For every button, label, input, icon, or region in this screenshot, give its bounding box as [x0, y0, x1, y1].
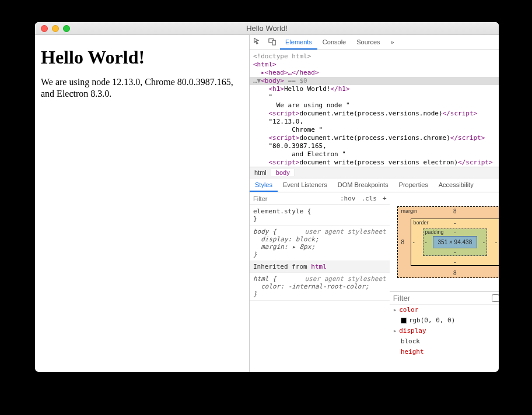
dom-doctype[interactable]: <!doctype html> [253, 52, 499, 61]
computed-color[interactable]: ▸color [390, 305, 499, 315]
tab-more[interactable]: » [386, 35, 400, 50]
box-model[interactable]: margin 8 8 8 8 border - - - - [390, 192, 499, 291]
dom-text3[interactable]: "80.0.3987.165, [253, 142, 499, 150]
computed-filter-input[interactable] [393, 294, 492, 303]
new-rule-button[interactable]: + [380, 195, 390, 202]
rule-body[interactable]: body {user agent stylesheet display: blo… [250, 226, 390, 261]
dom-body-selected[interactable]: …▼<body> == $0 [250, 77, 499, 85]
computed-display[interactable]: ▸display [390, 326, 499, 336]
computed-panel: Show all ▸color rgb(0, 0, 0) ▸display bl… [390, 291, 499, 357]
styles-tabs: Styles Event Listeners DOM Breakpoints P… [250, 178, 499, 192]
tab-console[interactable]: Console [317, 35, 351, 50]
app-window: Hello World! Hello World! We are using n… [35, 22, 499, 372]
inspect-icon[interactable] [250, 37, 265, 47]
crumb-body[interactable]: body [271, 169, 295, 176]
tab-properties[interactable]: Properties [394, 178, 433, 192]
devtools-panel: Elements Console Sources » ⋮ ✕ <!doctype… [249, 35, 499, 372]
tab-dom-breakpoints[interactable]: DOM Breakpoints [332, 178, 394, 192]
show-all-checkbox[interactable] [492, 294, 499, 302]
dom-script1[interactable]: <script>document.write(process.versions.… [253, 110, 499, 118]
styles-filter-input[interactable] [250, 195, 337, 202]
cls-toggle[interactable]: .cls [359, 195, 380, 202]
rule-html[interactable]: html {user agent stylesheet color: -inte… [250, 273, 390, 301]
page-paragraph: We are using node 12.13.0, Chrome 80.0.3… [41, 76, 243, 100]
dom-text3b[interactable]: and Electron " [253, 150, 499, 159]
styles-rules: :hov .cls + element.style { } body {user… [250, 192, 390, 372]
tab-accessibility[interactable]: Accessibility [433, 178, 479, 192]
tab-event-listeners[interactable]: Event Listeners [278, 178, 332, 192]
tab-styles[interactable]: Styles [250, 178, 278, 192]
dom-html-open[interactable]: <html> [253, 61, 499, 69]
computed-color-val: rgb(0, 0, 0) [390, 315, 499, 326]
page-heading: Hello World! [41, 47, 243, 68]
titlebar: Hello World! [35, 22, 499, 35]
dom-h1[interactable]: <h1>Hello World!</h1> [253, 85, 499, 93]
styles-body: :hov .cls + element.style { } body {user… [250, 192, 499, 372]
svg-rect-1 [272, 40, 275, 45]
dom-text2[interactable]: "12.13.0, [253, 118, 499, 126]
box-model-content: 351 × 94.438 [433, 236, 478, 248]
page-content: Hello World! We are using node 12.13.0, … [35, 35, 249, 372]
inherited-header: Inherited from html [250, 261, 390, 273]
hov-toggle[interactable]: :hov [337, 195, 359, 202]
dom-text1[interactable]: " [253, 93, 499, 101]
dom-tree[interactable]: <!doctype html> <html> ▸<head>…</head> …… [250, 50, 499, 167]
breadcrumb: html body [250, 167, 499, 178]
dom-text1b[interactable]: We are using node " [253, 101, 499, 110]
styles-filter-row: :hov .cls + [250, 192, 390, 205]
rule-element-style[interactable]: element.style { } [250, 205, 390, 226]
window-title: Hello World! [35, 24, 499, 33]
dom-text2b[interactable]: Chrome " [253, 126, 499, 134]
dom-head[interactable]: ▸<head>…</head> [253, 69, 499, 77]
tab-sources[interactable]: Sources [351, 35, 385, 50]
devtools-tabs: Elements Console Sources » [280, 35, 400, 50]
computed-height[interactable]: height [390, 347, 499, 357]
device-toggle-icon[interactable] [265, 37, 280, 47]
crumb-html[interactable]: html [250, 169, 271, 176]
dom-script3[interactable]: <script>document write(process versions … [253, 159, 499, 167]
styles-right: margin 8 8 8 8 border - - - - [390, 192, 499, 372]
window-body: Hello World! We are using node 12.13.0, … [35, 35, 499, 372]
tab-elements[interactable]: Elements [280, 35, 317, 50]
dom-script2[interactable]: <script>document.write(process.versions.… [253, 134, 499, 142]
devtools-toolbar: Elements Console Sources » ⋮ ✕ [250, 35, 499, 50]
computed-display-val: block [390, 336, 499, 347]
